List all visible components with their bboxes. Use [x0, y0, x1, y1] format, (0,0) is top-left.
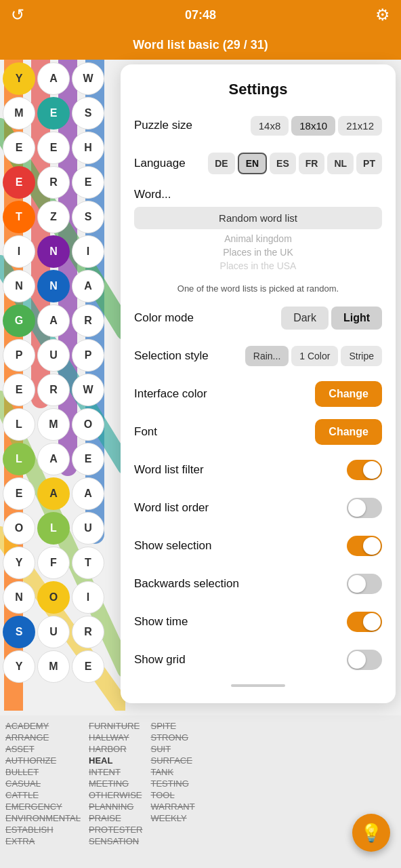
- lang-es[interactable]: ES: [270, 153, 296, 174]
- grid-cell: N: [37, 235, 70, 268]
- grid-cell: Y: [3, 62, 35, 95]
- word-list-col-1: ACADEMYARRANGEASSETAUTHORIZEBULLETCASUAL…: [5, 721, 81, 846]
- font-row: Font Change: [134, 418, 382, 446]
- list-item: PROTESTER: [89, 825, 142, 835]
- color-mode-label: Color mode: [134, 311, 194, 325]
- lang-nl[interactable]: NL: [327, 153, 354, 174]
- settings-title: Settings: [134, 81, 382, 98]
- word-list-order-toggle[interactable]: [347, 498, 382, 518]
- word-selected[interactable]: Random word list: [134, 207, 382, 229]
- grid-cell: E: [72, 166, 104, 199]
- puzzle-size-row: Puzzle size 14x8 18x10 21x12: [134, 112, 382, 139]
- color-mode-light[interactable]: Light: [331, 307, 382, 330]
- word-option-3[interactable]: Places in the USA: [134, 259, 382, 273]
- grid-cell: Y: [3, 650, 35, 683]
- lang-de[interactable]: DE: [208, 153, 234, 174]
- style-stripe[interactable]: Stripe: [341, 346, 382, 366]
- list-item: INTENT: [89, 767, 142, 777]
- color-mode-dark[interactable]: Dark: [281, 307, 329, 330]
- list-item: PLANNING: [89, 802, 142, 812]
- lang-fr[interactable]: FR: [299, 153, 325, 174]
- backwards-selection-toggle[interactable]: [347, 574, 382, 594]
- language-label: Language: [134, 157, 186, 170]
- word-list-col-2: FURNITUREHALLWAYHARBORHEALINTENTMEETINGO…: [89, 721, 142, 846]
- puzzle-size-18x10[interactable]: 18x10: [291, 116, 335, 136]
- grid-cell: F: [37, 547, 70, 579]
- hint-fab[interactable]: 💡: [352, 814, 390, 852]
- show-grid-toggle[interactable]: [347, 650, 382, 670]
- word-list-filter-toggle[interactable]: [347, 460, 382, 480]
- lightbulb-icon: 💡: [360, 823, 382, 844]
- grid-cell: U: [72, 512, 104, 545]
- list-item: ASSET: [5, 744, 81, 754]
- list-item: BULLET: [5, 767, 81, 777]
- list-item: HEAL: [89, 755, 142, 766]
- settings-icon[interactable]: ⚙: [375, 5, 390, 24]
- grid-cell: A: [37, 477, 70, 510]
- grid-cell: N: [3, 581, 35, 614]
- list-item: TESTING: [150, 778, 194, 789]
- grid-cell: R: [37, 374, 70, 406]
- word-list-columns: ACADEMYARRANGEASSETAUTHORIZEBULLETCASUAL…: [5, 721, 396, 846]
- list-item: HALLWAY: [89, 732, 142, 743]
- grid-cell: A: [72, 270, 104, 302]
- grid-cell: R: [72, 304, 104, 337]
- grid-cell: W: [72, 62, 104, 95]
- show-time-toggle[interactable]: [347, 612, 382, 632]
- grid-cell: L: [3, 408, 35, 441]
- show-selection-row: Show selection: [134, 532, 382, 559]
- grid-cell: A: [37, 304, 70, 337]
- interface-color-row: Interface color Change: [134, 380, 382, 408]
- list-item: CATTLE: [5, 790, 81, 800]
- grid-cell: U: [37, 339, 70, 372]
- font-change-button[interactable]: Change: [315, 419, 382, 445]
- grid-cell: A: [37, 62, 70, 95]
- word-dropdown: Word... Random word list Animal kingdom …: [134, 188, 382, 273]
- grid-cell: E: [3, 166, 35, 199]
- word-list-area: ACADEMYARRANGEASSETAUTHORIZEBULLETCASUAL…: [0, 715, 401, 868]
- lang-pt[interactable]: PT: [356, 153, 382, 174]
- status-bar: ↺ 07:48 ⚙: [0, 0, 401, 30]
- grid-cell: R: [72, 616, 104, 648]
- grid-cell: E: [3, 132, 35, 164]
- status-time: 07:48: [185, 8, 216, 22]
- show-selection-toggle[interactable]: [347, 536, 382, 556]
- interface-color-change-button[interactable]: Change: [315, 381, 382, 407]
- list-item: SENSATION: [89, 836, 142, 846]
- interface-color-label: Interface color: [134, 387, 207, 401]
- refresh-icon[interactable]: ↺: [11, 5, 24, 24]
- style-rain[interactable]: Rain...: [245, 346, 289, 366]
- puzzle-size-options: 14x8 18x10 21x12: [251, 116, 382, 136]
- show-selection-label: Show selection: [134, 539, 211, 553]
- list-item: HARBOR: [89, 744, 142, 754]
- list-item: EMERGENCY: [5, 802, 81, 812]
- list-item: SUIT: [150, 744, 194, 754]
- show-grid-row: Show grid: [134, 646, 382, 673]
- style-1color[interactable]: 1 Color: [291, 346, 338, 366]
- show-time-label: Show time: [134, 615, 188, 629]
- list-item: CASUAL: [5, 778, 81, 789]
- list-item: ENVIRONMENTAL: [5, 813, 81, 823]
- list-item: SPITE: [150, 721, 194, 731]
- puzzle-size-21x12[interactable]: 21x12: [338, 116, 382, 136]
- grid-cell: M: [3, 97, 35, 130]
- list-item: ESTABLISH: [5, 825, 81, 835]
- selection-style-row: Selection style Rain... 1 Color Stripe: [134, 342, 382, 370]
- show-time-row: Show time: [134, 608, 382, 635]
- backwards-selection-row: Backwards selection: [134, 570, 382, 597]
- random-desc: One of the word lists is picked at rando…: [134, 283, 382, 294]
- grid-cell: T: [3, 201, 35, 233]
- puzzle-size-label: Puzzle size: [134, 119, 192, 132]
- lang-en[interactable]: EN: [238, 153, 267, 174]
- word-option-1[interactable]: Animal kingdom: [134, 232, 382, 245]
- word-option-2[interactable]: Places in the UK: [134, 245, 382, 259]
- word-dropdown-header: Word...: [134, 188, 382, 201]
- list-item: WARRANT: [150, 802, 194, 812]
- word-list-filter-label: Word list filter: [134, 463, 204, 477]
- language-options: DE EN ES FR NL PT: [208, 153, 382, 174]
- grid-cell: Z: [37, 201, 70, 233]
- list-item: OTHERWISE: [89, 790, 142, 800]
- grid-cell: M: [37, 408, 70, 441]
- puzzle-size-14x8[interactable]: 14x8: [251, 116, 289, 136]
- grid-cell: S: [3, 616, 35, 648]
